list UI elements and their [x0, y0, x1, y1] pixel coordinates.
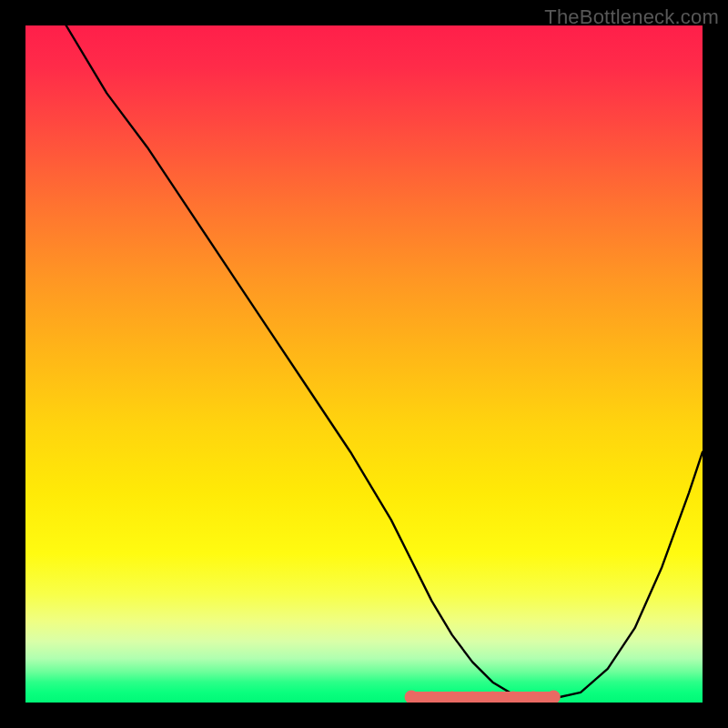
flat-marker: [467, 692, 479, 703]
bottleneck-curve: [66, 25, 703, 699]
flat-marker: [528, 692, 540, 703]
curve-layer: [25, 25, 703, 703]
flat-marker: [426, 692, 438, 703]
watermark-text: TheBottleneck.com: [544, 5, 719, 29]
chart-frame: TheBottleneck.com: [0, 0, 728, 728]
flat-marker: [446, 692, 458, 703]
flat-marker: [487, 692, 499, 703]
plot-area: [25, 25, 703, 703]
flat-marker: [507, 692, 519, 703]
